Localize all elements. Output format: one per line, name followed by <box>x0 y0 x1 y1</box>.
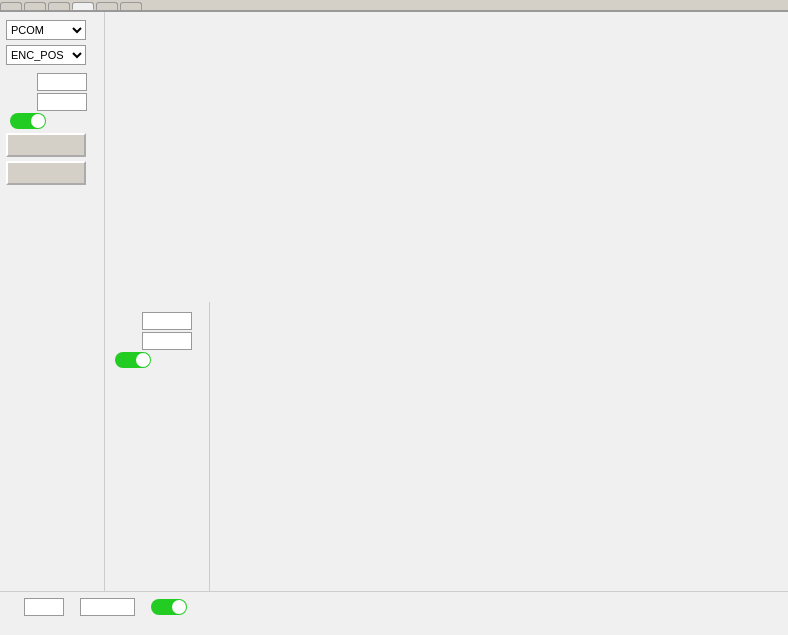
top-auto-toggle-thumb <box>31 114 45 128</box>
tab-y-x[interactable] <box>24 2 46 10</box>
bottom-max-row <box>111 312 203 330</box>
top-max-row <box>6 73 98 91</box>
clear-button[interactable] <box>6 161 86 185</box>
input-select[interactable]: PCOM <box>6 20 86 40</box>
top-y-axis-label <box>105 12 123 302</box>
top-y-axis-range <box>6 73 98 129</box>
top-min-row <box>6 93 98 111</box>
tab-freq-response[interactable] <box>72 2 94 10</box>
top-min-input[interactable] <box>37 93 87 111</box>
x-max-input[interactable] <box>80 598 135 616</box>
bottom-chart-wrapper <box>210 302 788 592</box>
charts-area <box>105 12 788 591</box>
bottom-auto-row <box>111 352 203 368</box>
top-chart-canvas <box>123 12 423 162</box>
x-auto-toggle-thumb <box>172 600 186 614</box>
bottom-bar <box>0 591 788 621</box>
calculate-button[interactable] <box>6 133 86 157</box>
top-max-input[interactable] <box>37 73 87 91</box>
bottom-y-axis-label <box>210 302 228 592</box>
top-auto-row <box>6 113 98 129</box>
main-content: PCOM ENC_POS <box>0 12 788 591</box>
output-select[interactable]: ENC_POS <box>6 45 86 65</box>
left-panel: PCOM ENC_POS <box>0 12 105 591</box>
bottom-chart-section <box>105 302 788 592</box>
x-auto-toggle[interactable] <box>151 599 187 615</box>
top-chart-inner <box>123 12 788 302</box>
bottom-min-input[interactable] <box>142 332 192 350</box>
bottom-chart-canvas <box>228 302 528 452</box>
bottom-min-row <box>111 332 203 350</box>
tab-bar <box>0 0 788 12</box>
tab-realtime-frf[interactable] <box>96 2 118 10</box>
bottom-auto-toggle[interactable] <box>115 352 151 368</box>
tab-y-time[interactable] <box>0 2 22 10</box>
bottom-chart-inner <box>228 302 788 592</box>
top-chart-section <box>105 12 788 302</box>
bottom-auto-toggle-thumb <box>136 353 150 367</box>
bottom-left-panel <box>105 302 210 592</box>
bottom-max-input[interactable] <box>142 312 192 330</box>
x-min-input[interactable] <box>24 598 64 616</box>
tab-freq-spectrum[interactable] <box>48 2 70 10</box>
bottom-y-axis-range <box>111 312 203 368</box>
top-auto-toggle[interactable] <box>10 113 46 129</box>
tab-realtime-fft[interactable] <box>120 2 142 10</box>
